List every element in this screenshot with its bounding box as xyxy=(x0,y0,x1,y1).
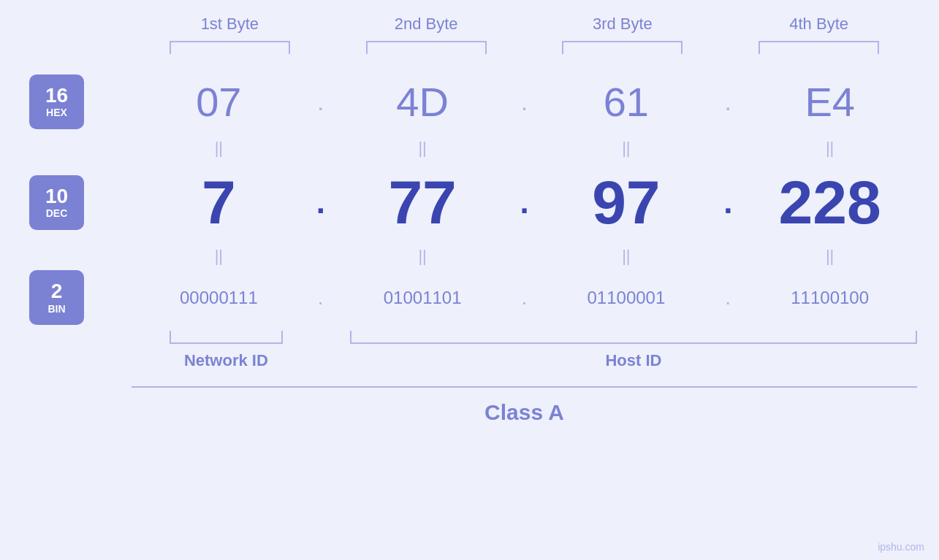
full-grid: 16 HEX 07 . 4D . 61 xyxy=(22,69,917,431)
bin-badge-number: 2 xyxy=(51,280,63,303)
bracket-top-line-2 xyxy=(366,41,487,54)
bin-badge: 2 BIN xyxy=(29,270,84,325)
dec-row: 10 DEC 7 . 77 . 97 xyxy=(22,162,917,242)
hex-sep-2: . xyxy=(510,88,539,116)
bin-badge-label: BIN xyxy=(47,303,65,315)
parallel-2-b3: || xyxy=(539,242,714,271)
hex-badge-label: HEX xyxy=(46,107,67,118)
class-bracket-row xyxy=(22,380,917,394)
bracket-top-line-4 xyxy=(759,41,879,54)
dec-sep-3: . xyxy=(713,184,742,220)
bracket-top-line-1 xyxy=(170,41,290,54)
col-header-4: 4th Byte xyxy=(721,15,917,34)
byte-headers: 1st Byte 2nd Byte 3rd Byte 4th Byte xyxy=(22,15,917,34)
network-id-label: Network ID xyxy=(184,351,268,370)
dec-sep-1: . xyxy=(306,184,335,220)
top-brackets xyxy=(22,41,917,54)
hex-sep-3: . xyxy=(713,88,742,116)
labels-row: Network ID Host ID xyxy=(22,346,917,375)
parallel-data-1: || || || || xyxy=(132,134,917,163)
dec-byte-1: 7 xyxy=(132,167,306,238)
parallel-row-1: || || || || xyxy=(22,134,917,162)
net-bracket xyxy=(170,331,283,344)
main-container: 1st Byte 2nd Byte 3rd Byte 4th Byte 16 H… xyxy=(0,0,939,560)
parallel-1-b1: || xyxy=(132,134,306,163)
hex-badge-cell: 16 HEX xyxy=(22,74,132,129)
bin-byte-1: 00000111 xyxy=(132,288,306,308)
bin-row: 2 BIN 00000111 . 01001101 . 01100001 xyxy=(22,270,917,325)
hex-byte-4: E4 xyxy=(742,78,917,126)
hex-row: 16 HEX 07 . 4D . 61 xyxy=(22,69,917,134)
class-label-row: Class A xyxy=(22,394,917,431)
footer: ipshu.com xyxy=(878,541,924,553)
hex-byte-2: 4D xyxy=(335,78,510,126)
bracket-top-line-3 xyxy=(562,41,683,54)
dec-byte-4: 228 xyxy=(742,167,917,238)
bin-badge-cell: 2 BIN xyxy=(22,270,132,325)
dec-badge-cell: 10 DEC xyxy=(22,175,132,230)
parallel-1-b4: || xyxy=(742,134,917,163)
parallel-1-b2: || xyxy=(335,134,510,163)
footer-text: ipshu.com xyxy=(878,541,924,553)
bin-sep-3: . xyxy=(713,286,742,310)
net-bracket-wrap xyxy=(132,331,321,344)
hex-sep-1: . xyxy=(306,88,335,116)
class-bracket-line-wrap xyxy=(132,386,917,388)
host-bracket-wrap xyxy=(350,331,917,344)
host-bracket xyxy=(350,331,917,344)
network-id-label-wrap: Network ID xyxy=(132,351,321,370)
class-bracket-line xyxy=(132,386,917,388)
bin-sep-2: . xyxy=(510,286,539,310)
bin-sep-1: . xyxy=(306,286,335,310)
hex-badge-number: 16 xyxy=(45,85,68,107)
hex-byte-1: 07 xyxy=(132,78,306,126)
dec-sep-2: . xyxy=(510,184,539,220)
bracket-top-3 xyxy=(525,41,721,54)
hex-badge: 16 HEX xyxy=(29,74,84,129)
bottom-bracket-cells xyxy=(132,331,917,344)
bin-byte-4: 11100100 xyxy=(742,288,917,308)
col-header-2: 2nd Byte xyxy=(328,15,525,34)
parallel-data-2: || || || || xyxy=(132,242,917,271)
bin-byte-3: 01100001 xyxy=(539,288,714,308)
class-label-cell: Class A xyxy=(132,400,917,425)
host-id-label: Host ID xyxy=(605,351,661,370)
dec-data-cells: 7 . 77 . 97 . 228 xyxy=(132,167,917,238)
labels-data-cells: Network ID Host ID xyxy=(132,351,917,370)
bottom-brackets-row xyxy=(22,328,917,346)
bracket-top-1 xyxy=(132,41,328,54)
dec-byte-3: 97 xyxy=(539,167,714,238)
dec-badge-number: 10 xyxy=(45,185,68,208)
hex-data-cells: 07 . 4D . 61 . E4 xyxy=(132,78,917,126)
dec-badge-label: DEC xyxy=(46,207,68,219)
parallel-1-b3: || xyxy=(539,134,714,163)
bracket-top-2 xyxy=(328,41,525,54)
parallel-2-b2: || xyxy=(335,242,510,271)
bracket-top-4 xyxy=(721,41,917,54)
parallel-2-b4: || xyxy=(742,242,917,271)
class-label: Class A xyxy=(484,400,564,425)
parallel-2-b1: || xyxy=(132,242,306,271)
parallel-row-2: || || || || xyxy=(22,242,917,270)
bin-byte-2: 01001101 xyxy=(335,288,510,308)
col-header-3: 3rd Byte xyxy=(525,15,721,34)
bin-data-cells: 00000111 . 01001101 . 01100001 . xyxy=(132,286,917,310)
host-id-label-wrap: Host ID xyxy=(350,351,917,370)
dec-badge: 10 DEC xyxy=(29,175,84,230)
col-header-1: 1st Byte xyxy=(132,15,328,34)
hex-byte-3: 61 xyxy=(539,78,714,126)
dec-byte-2: 77 xyxy=(335,167,510,238)
